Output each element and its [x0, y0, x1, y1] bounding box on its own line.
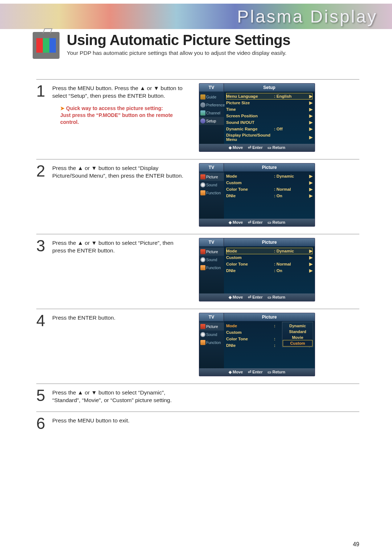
osd-side-item: Function: [199, 264, 224, 272]
banner-text: Plasma Display: [237, 7, 377, 27]
osd-popup: DynamicStandardMovieCustom: [282, 322, 313, 347]
foot-return: ▭ Return: [268, 220, 285, 225]
preference-icon: [200, 102, 205, 108]
step-number: 5: [36, 388, 48, 404]
osd-side-item: Sound: [199, 331, 224, 339]
picture-icon: [200, 249, 205, 254]
banner: Plasma Display: [0, 4, 392, 29]
osd-menu-row: Picture Size▶: [226, 100, 313, 106]
osd-tv-label: TV: [199, 163, 224, 171]
step-row: 1 Press the MENU button. Press the ▲ or …: [36, 79, 359, 152]
osd-side-item: Preference: [199, 101, 224, 109]
picture-icon: [200, 174, 205, 179]
osd-main: Menu Language: English▶Picture Size▶Time…: [224, 92, 315, 144]
osd-side-item: Channel: [199, 109, 224, 117]
page-number: 49: [353, 541, 359, 548]
osd-side-item: Sound: [199, 256, 224, 264]
foot-return: ▭ Return: [268, 145, 285, 150]
step-text: Press the ▲ or ▼ button to select “Displ…: [52, 163, 189, 180]
osd-menu-row: Screen Position▶: [226, 113, 313, 119]
osd-title: Setup: [224, 84, 315, 92]
osd-sidebar: PictureSoundFunction: [199, 321, 224, 368]
osd-menu-row: Display Picture/Sound Menu▶: [226, 132, 313, 142]
osd-side-item: Picture: [199, 323, 224, 331]
osd-main: Mode: Dynamic▶Custom▶Color Tone: Normal▶…: [224, 171, 315, 219]
sound-icon: [200, 332, 205, 337]
osd-footer: ◆ Move ⏎ Enter ▭ Return: [199, 219, 315, 226]
osd-tv-label: TV: [199, 84, 224, 92]
step-row: 4 Press the ENTER button. TV Picture Pic…: [36, 309, 359, 376]
osd-tv-label: TV: [199, 238, 224, 246]
foot-return: ▭ Return: [268, 295, 285, 300]
function-icon: [200, 265, 205, 270]
osd-side-item: Function: [199, 339, 224, 347]
osd-sidebar: GuidePreferenceChannelSetup: [199, 92, 224, 144]
foot-enter: ⏎ Enter: [248, 220, 262, 225]
osd-side-item: Sound: [199, 181, 224, 189]
step-text: Press the ▲ or ▼ button to select “Dynam…: [52, 388, 189, 404]
foot-return: ▭ Return: [268, 370, 285, 374]
sound-icon: [200, 257, 205, 262]
osd-side-item: Picture: [199, 173, 224, 181]
osd-panel: TV Picture PictureSoundFunction Mode: Dy…: [199, 238, 315, 301]
setup-icon: [200, 118, 205, 123]
osd-panel: TV Picture PictureSoundFunction Mode: Dy…: [199, 163, 315, 227]
osd-sidebar: PictureSoundFunction: [199, 171, 224, 219]
page-title: Using Automatic Picture Settings: [67, 32, 359, 48]
step-text: Press the MENU button to exit.: [52, 416, 130, 432]
osd-side-item: Function: [199, 189, 224, 197]
popup-option: Standard: [283, 329, 312, 335]
step-text: Press the ENTER button.: [52, 313, 115, 329]
osd-menu-row: Menu Language: English▶: [226, 93, 313, 100]
osd-panel: TV Picture PictureSoundFunction Mode:▶Cu…: [199, 313, 315, 376]
popup-option: Custom: [283, 340, 312, 346]
function-icon: [200, 190, 205, 195]
step-number: 6: [36, 416, 48, 432]
step-row: 5 Press the ▲ or ▼ button to select “Dyn…: [36, 384, 359, 404]
osd-menu-row: DNIe: On▶: [226, 193, 313, 199]
osd-side-item: Setup: [199, 117, 224, 125]
channel-icon: [200, 110, 205, 116]
osd-menu-row: Custom▶: [226, 254, 313, 261]
step-number: 2: [36, 163, 48, 180]
guide-icon: [200, 94, 205, 100]
osd-side-item: Picture: [199, 248, 224, 256]
tv-icon: [33, 32, 60, 59]
step-row: 6 Press the MENU button to exit.: [36, 412, 359, 432]
osd-menu-row: Color Tone: Normal▶: [226, 261, 313, 267]
foot-enter: ⏎ Enter: [248, 370, 262, 374]
step-number: 1: [36, 83, 48, 126]
picture-icon: [200, 324, 205, 329]
step-row: 3 Press the ▲ or ▼ button to select “Pic…: [36, 234, 359, 301]
popup-option: Movie: [283, 335, 312, 340]
foot-enter: ⏎ Enter: [248, 295, 262, 300]
foot-enter: ⏎ Enter: [248, 145, 262, 150]
subtitle: Your PDP has automatic picture settings …: [67, 50, 359, 56]
step-text: Press the ▲ or ▼ button to select “Pictu…: [52, 238, 189, 255]
osd-main: Mode:▶Custom▶Color Tone:▶DNIe:▶DynamicSt…: [224, 321, 315, 368]
osd-menu-row: Time▶: [226, 106, 313, 113]
step-text: Press the MENU button. Press the ▲ or ▼ …: [52, 83, 189, 126]
osd-menu-row: Dynamic Range: Off▶: [226, 126, 313, 132]
osd-side-item: Guide: [199, 93, 224, 101]
osd-menu-row: Color Tone: Normal▶: [226, 186, 313, 193]
step-number: 3: [36, 238, 48, 255]
sound-icon: [200, 182, 205, 187]
step-number: 4: [36, 313, 48, 329]
osd-tv-label: TV: [199, 313, 224, 321]
osd-menu-row: Custom▶: [226, 179, 313, 186]
osd-footer: ◆ Move ⏎ Enter ▭ Return: [199, 144, 315, 151]
osd-panel: TV Setup GuidePreferenceChannelSetup Men…: [199, 83, 315, 152]
foot-move: ◆ Move: [229, 295, 243, 300]
osd-title: Picture: [224, 313, 315, 321]
popup-option: Dynamic: [283, 323, 312, 329]
osd-menu-row: Mode: Dynamic▶: [226, 248, 313, 254]
foot-move: ◆ Move: [229, 220, 243, 225]
foot-move: ◆ Move: [229, 145, 243, 150]
foot-move: ◆ Move: [229, 370, 243, 374]
hint-arrow-icon: ➤: [60, 105, 65, 111]
step-row: 2 Press the ▲ or ▼ button to select “Dis…: [36, 159, 359, 227]
osd-menu-row: DNIe: On▶: [226, 267, 313, 274]
osd-title: Picture: [224, 163, 315, 171]
osd-menu-row: Mode: Dynamic▶: [226, 173, 313, 179]
